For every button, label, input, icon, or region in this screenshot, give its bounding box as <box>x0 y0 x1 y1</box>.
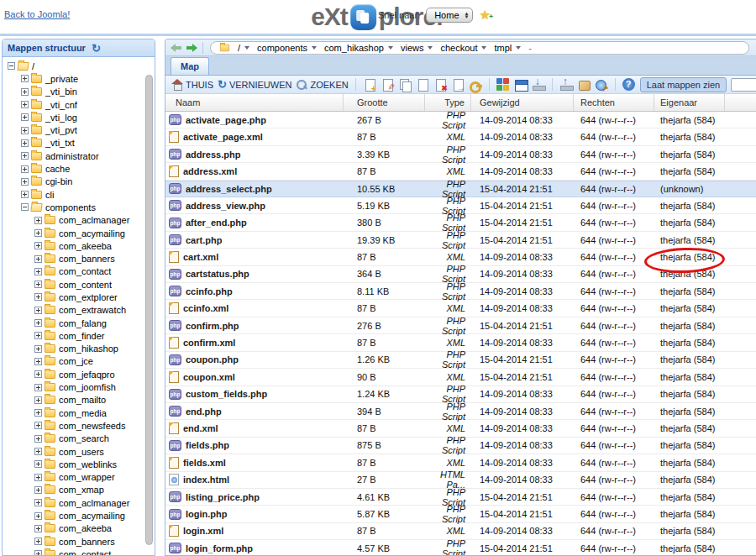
breadcrumb-segment-components[interactable]: components <box>257 43 317 53</box>
tree-scrollbar[interactable] <box>145 75 153 545</box>
tree-node-com_media[interactable]: com_media <box>34 407 155 419</box>
tree-node-com_acymailing[interactable]: com_acymailing <box>34 227 155 239</box>
filter-input[interactable] <box>731 78 756 92</box>
tree-node-com_banners[interactable]: com_banners <box>34 252 155 265</box>
tree-node-cgi-bin[interactable]: cgi-bin <box>21 176 155 188</box>
expand-plus-icon[interactable] <box>34 332 42 339</box>
expand-plus-icon[interactable] <box>34 268 42 275</box>
expand-plus-icon[interactable] <box>34 550 42 555</box>
tree-node-com_aclmanager[interactable]: com_aclmanager <box>34 496 155 509</box>
expand-plus-icon[interactable] <box>34 538 42 545</box>
collapse-minus-icon[interactable] <box>8 62 15 70</box>
table-row-login_form.php[interactable]: login_form.php4.57 KBPHP Script15-04-201… <box>165 540 756 556</box>
breadcrumb-segment-/[interactable]: / <box>238 43 249 53</box>
back-to-joomla-link[interactable]: Back to Joomla! <box>4 9 70 19</box>
tree-node-com_mailto[interactable]: com_mailto <box>34 394 155 407</box>
tab-map[interactable]: Map <box>171 57 209 75</box>
expand-plus-icon[interactable] <box>21 113 29 121</box>
expand-plus-icon[interactable] <box>34 281 42 288</box>
view-icons-icon[interactable] <box>496 78 510 92</box>
table-row-login.php[interactable]: login.php5.87 KBPHP Script15-04-2014 21:… <box>165 506 756 522</box>
tree-node-/[interactable]: / <box>8 60 155 72</box>
tree-node-com_hikashop[interactable]: com_hikashop <box>34 343 155 355</box>
expand-plus-icon[interactable] <box>21 75 29 82</box>
breadcrumb-segment-tmpl[interactable]: tmpl <box>494 43 521 53</box>
tree-node-com_jce[interactable]: com_jce <box>34 355 155 368</box>
tree-node-com_xmap[interactable]: com_xmap <box>34 484 155 496</box>
tree-node-com_wrapper[interactable]: com_wrapper <box>34 471 155 484</box>
expand-plus-icon[interactable] <box>34 242 42 249</box>
expand-plus-icon[interactable] <box>34 307 42 314</box>
tree-node-com_finder[interactable]: com_finder <box>34 329 155 342</box>
expand-plus-icon[interactable] <box>34 319 42 327</box>
tree-node-_vti_cnf[interactable]: _vti_cnf <box>21 98 155 111</box>
expand-plus-icon[interactable] <box>34 409 42 417</box>
expand-plus-icon[interactable] <box>34 370 42 378</box>
tree-node-com_banners[interactable]: com_banners <box>34 535 155 548</box>
tree-node-com_extrawatch[interactable]: com_extrawatch <box>34 304 155 317</box>
refresh-button[interactable]: ↻ VERNIEUWEN <box>218 79 291 90</box>
breadcrumb-segment-com_hikashop[interactable]: com_hikashop <box>324 43 393 53</box>
tree-node-_private[interactable]: _private <box>21 72 155 85</box>
breadcrumb-segment-checkout[interactable]: checkout <box>440 43 486 53</box>
extract-icon[interactable] <box>595 78 608 92</box>
help-icon[interactable] <box>622 78 636 92</box>
forward-arrow-icon[interactable] <box>184 43 198 53</box>
tree-node-com_contact[interactable]: com_contact <box>34 265 155 278</box>
column-header-gewijzigd[interactable]: Gewijzigd <box>471 94 574 111</box>
tree-node-administrator[interactable]: administrator <box>21 149 155 162</box>
tree-node-components[interactable]: components <box>21 201 155 213</box>
tree-node-com_akeeba[interactable]: com_akeeba <box>34 239 155 252</box>
tree-node-com_content[interactable]: com_content <box>34 278 155 291</box>
tree-node-com_akeeba[interactable]: com_akeeba <box>34 522 155 535</box>
tree-node-com_search[interactable]: com_search <box>34 433 155 445</box>
table-row-activate_page.php[interactable]: activate_page.php267 BPHP Script14-09-20… <box>165 112 756 129</box>
expand-plus-icon[interactable] <box>34 448 42 455</box>
tree-node-_vti_log[interactable]: _vti_log <box>21 111 155 123</box>
tree-node-cache[interactable]: cache <box>21 162 155 175</box>
tree-node-com_weblinks[interactable]: com_weblinks <box>34 458 155 470</box>
tree-node-com_acymailing[interactable]: com_acymailing <box>34 509 155 522</box>
expand-plus-icon[interactable] <box>34 396 42 404</box>
column-header-type[interactable]: Type <box>425 94 471 111</box>
column-header-naam[interactable]: Naam <box>165 94 344 111</box>
expand-plus-icon[interactable] <box>34 358 42 365</box>
tree-node-com_jefaqpro[interactable]: com_jefaqpro <box>34 368 155 380</box>
expand-plus-icon[interactable] <box>21 191 29 198</box>
tree-node-com_aclmanager[interactable]: com_aclmanager <box>34 214 155 227</box>
tree-node-_vti_bin[interactable]: _vti_bin <box>21 86 155 98</box>
search-button[interactable]: ZOEKEN <box>296 79 348 91</box>
expand-plus-icon[interactable] <box>34 460 42 468</box>
expand-plus-icon[interactable] <box>34 486 42 494</box>
expand-plus-icon[interactable] <box>21 152 29 160</box>
expand-plus-icon[interactable] <box>34 293 42 301</box>
permissions-icon[interactable] <box>469 78 482 92</box>
expand-plus-icon[interactable] <box>21 127 29 134</box>
expand-plus-icon[interactable] <box>34 499 42 506</box>
tree-node-com_newsfeeds[interactable]: com_newsfeeds <box>34 419 155 432</box>
tree-node-_vti_pvt[interactable]: _vti_pvt <box>21 123 155 136</box>
back-arrow-icon[interactable] <box>170 43 184 53</box>
expand-plus-icon[interactable] <box>34 217 42 224</box>
tree-node-com_extplorer[interactable]: com_extplorer <box>34 291 155 303</box>
table-row-ccinfo.php[interactable]: ccinfo.php8.11 KBPHP Script14-09-2014 08… <box>165 283 756 300</box>
table-row-end.php[interactable]: end.php394 BPHP Script14-09-2014 08:3364… <box>165 403 756 420</box>
upload-icon[interactable] <box>559 78 573 92</box>
expand-plus-icon[interactable] <box>34 525 42 532</box>
download-icon[interactable] <box>532 78 545 92</box>
table-row-cart.php[interactable]: cart.php19.39 KBPHP Script15-04-2014 21:… <box>165 232 756 249</box>
expand-plus-icon[interactable] <box>21 139 29 147</box>
archive-icon[interactable] <box>577 78 591 92</box>
column-header-eigenaar[interactable]: Eigenaar <box>654 94 725 111</box>
tree-node-com_contact[interactable]: com_contact <box>34 548 155 555</box>
expand-plus-icon[interactable] <box>21 178 29 186</box>
expand-plus-icon[interactable] <box>21 101 29 108</box>
tree-node-_vti_txt[interactable]: _vti_txt <box>21 137 155 149</box>
table-row-fields.php[interactable]: fields.php875 BPHP Script14-09-2014 08:3… <box>165 438 756 454</box>
expand-plus-icon[interactable] <box>34 255 42 263</box>
expand-plus-icon[interactable] <box>34 422 42 429</box>
table-row-address.php[interactable]: address.php3.39 KBPHP Script14-09-2014 0… <box>165 146 756 163</box>
tree-node-com_users[interactable]: com_users <box>34 445 155 458</box>
table-row-coupon.php[interactable]: coupon.php1.26 KBPHP Script15-04-2014 21… <box>165 352 756 369</box>
tree-refresh-icon[interactable]: ↻ <box>92 42 101 55</box>
